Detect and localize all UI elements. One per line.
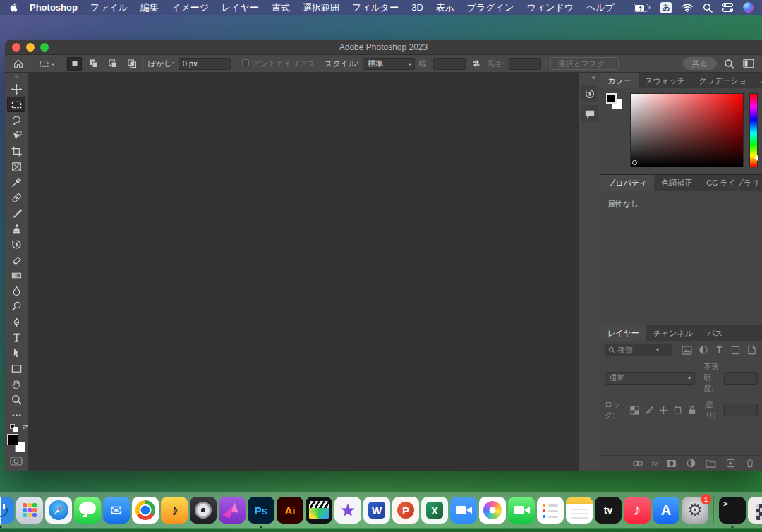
new-selection-mode-button[interactable]: [67, 57, 82, 71]
delete-layer-icon[interactable]: [744, 458, 756, 469]
tab-properties[interactable]: プロパティ: [600, 175, 654, 191]
subtract-from-selection-mode-button[interactable]: [105, 57, 120, 71]
filter-adjustment-layers-icon[interactable]: [697, 344, 709, 356]
style-select[interactable]: 標準 ▾: [363, 58, 415, 70]
dock-excel-icon[interactable]: X: [421, 497, 448, 524]
tab-cc-libraries[interactable]: CC ライブラリ: [699, 175, 762, 191]
title-bar[interactable]: Adobe Photoshop 2023: [5, 40, 762, 55]
dock-facetime-icon[interactable]: [508, 497, 535, 524]
tab-adjustments[interactable]: 色調補正: [654, 175, 699, 191]
dock-illustrator-icon[interactable]: Ai: [277, 497, 303, 524]
tab-paths[interactable]: パス: [700, 325, 730, 341]
dock-affinity-photo-icon[interactable]: [219, 497, 246, 524]
lock-artboard-icon[interactable]: [672, 404, 682, 416]
comments-panel-icon[interactable]: [581, 105, 598, 122]
menu-7[interactable]: フィルター: [346, 2, 405, 13]
dock-imovie-icon[interactable]: ★: [334, 497, 361, 524]
menu-3[interactable]: イメージ: [165, 2, 215, 13]
control-center-icon[interactable]: [722, 3, 733, 12]
add-to-selection-mode-button[interactable]: [86, 57, 101, 71]
tool-blur[interactable]: [7, 283, 25, 298]
dock-app-store-icon[interactable]: A: [653, 497, 679, 524]
foreground-color-swatch[interactable]: [7, 434, 18, 445]
tab-gradients[interactable]: グラデーショ: [692, 73, 754, 88]
dock-photoshop-icon[interactable]: Ps: [248, 497, 274, 524]
tool-preset-marquee-icon[interactable]: ▾: [35, 56, 58, 71]
siri-icon[interactable]: [743, 2, 754, 13]
intersect-selection-mode-button[interactable]: [124, 57, 139, 71]
tab-channels[interactable]: チャンネル: [646, 325, 700, 341]
battery-charging-icon[interactable]: [634, 4, 651, 12]
menu-6[interactable]: 選択範囲: [296, 2, 346, 13]
color-picker-cursor[interactable]: [632, 160, 637, 165]
tool-brush[interactable]: [7, 205, 25, 221]
dock-mail-icon[interactable]: ✉: [103, 497, 130, 524]
layers-list-empty[interactable]: [600, 423, 762, 455]
dock-photos-icon[interactable]: [479, 497, 506, 524]
input-source-icon[interactable]: あ: [660, 2, 672, 13]
menu-10[interactable]: プラグイン: [461, 2, 521, 13]
menu-app[interactable]: Photoshop: [23, 2, 84, 13]
quick-mask-icon[interactable]: [10, 457, 23, 466]
layer-filter-input[interactable]: [617, 346, 654, 354]
toolbar-expand-icon[interactable]: »: [14, 73, 18, 81]
menu-1[interactable]: ファイル: [84, 2, 134, 13]
dock-music-icon[interactable]: ♪: [624, 497, 651, 524]
layer-filter-search[interactable]: ▾: [605, 344, 672, 356]
tool-gradient[interactable]: [7, 267, 25, 283]
dock-safari-icon[interactable]: [45, 497, 72, 524]
height-input[interactable]: [509, 58, 541, 70]
tool-type[interactable]: [7, 330, 25, 345]
tool-history-brush[interactable]: [7, 236, 25, 252]
tool-lasso[interactable]: [7, 112, 25, 128]
swap-dimensions-icon[interactable]: [470, 56, 483, 71]
panel-color-swatches[interactable]: [606, 93, 624, 111]
dock-zoom-app-icon[interactable]: [450, 497, 477, 524]
dock-guitar-app-icon[interactable]: ♪: [161, 497, 188, 524]
tab-layers[interactable]: レイヤー: [600, 325, 646, 341]
blend-mode-select[interactable]: 通常 ▾: [605, 372, 695, 385]
filter-shape-layers-icon[interactable]: [730, 344, 742, 356]
swap-colors-icon[interactable]: ⇄: [23, 423, 28, 430]
dock-terminal-icon[interactable]: >_: [719, 497, 746, 524]
antialias-checkbox-row[interactable]: アンチエイリアス: [242, 59, 315, 69]
share-button[interactable]: 共有: [683, 57, 717, 70]
dock-word-icon[interactable]: W: [363, 497, 390, 524]
lock-all-icon[interactable]: [687, 404, 697, 416]
menu-2[interactable]: 編集: [134, 2, 165, 13]
new-layer-icon[interactable]: [724, 458, 737, 469]
filter-smart-objects-icon[interactable]: [746, 344, 758, 356]
home-icon[interactable]: [11, 56, 26, 71]
tool-path-selection[interactable]: [7, 345, 25, 361]
tool-edit-toolbar[interactable]: [7, 407, 25, 423]
tool-pen[interactable]: [7, 314, 25, 330]
antialias-checkbox[interactable]: [242, 59, 249, 66]
dock-chess-icon[interactable]: [748, 497, 762, 524]
fill-field[interactable]: [724, 404, 758, 416]
link-layers-icon[interactable]: [631, 458, 644, 469]
menu-11[interactable]: ウィンドウ: [520, 2, 580, 13]
tool-zoom[interactable]: [7, 392, 25, 407]
tab-patterns[interactable]: パターン: [754, 73, 762, 88]
document-canvas-area[interactable]: [28, 73, 579, 471]
tab-swatches[interactable]: スウォッチ: [639, 73, 692, 88]
menu-12[interactable]: ヘルプ: [580, 2, 621, 13]
wifi-icon[interactable]: [682, 4, 693, 12]
menu-9[interactable]: 表示: [430, 2, 461, 13]
dock-final-cut-icon[interactable]: [306, 497, 332, 524]
tool-move[interactable]: [7, 81, 25, 97]
new-group-icon[interactable]: [704, 458, 717, 469]
dock-notes-icon[interactable]: [566, 497, 593, 524]
dock-messages-icon[interactable]: [74, 497, 101, 524]
search-icon[interactable]: [721, 56, 737, 71]
filter-type-layers-icon[interactable]: T: [713, 344, 725, 356]
tool-frame[interactable]: [7, 159, 25, 174]
width-input[interactable]: [433, 58, 466, 70]
default-colors-icon[interactable]: ⇄: [10, 424, 20, 433]
lock-position-icon[interactable]: [658, 404, 668, 416]
dock-launchpad-icon[interactable]: [16, 497, 43, 524]
spotlight-search-icon[interactable]: [703, 3, 713, 13]
tool-object-selection[interactable]: [7, 128, 25, 143]
menu-4[interactable]: レイヤー: [215, 2, 265, 13]
lock-pixels-icon[interactable]: [644, 404, 654, 416]
